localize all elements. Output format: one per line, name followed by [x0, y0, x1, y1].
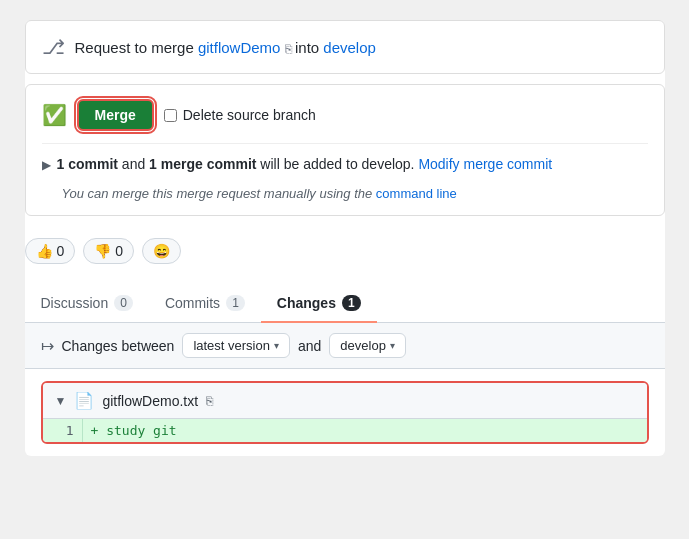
target-branch-link[interactable]: develop — [323, 39, 376, 56]
main-container: ⎇ Request to merge gitflowDemo ⎘ into de… — [25, 20, 665, 456]
merge-request-header: ⎇ Request to merge gitflowDemo ⎘ into de… — [25, 20, 665, 74]
collapse-button[interactable]: ▼ — [55, 394, 67, 408]
merge-action-section: ✅ Merge Delete source branch ▶ 1 commit … — [25, 84, 665, 216]
copy-branch-icon[interactable]: ⎘ — [285, 42, 295, 56]
diff-line-number: 1 — [43, 419, 83, 442]
thumbs-up-emoji: 👍 — [36, 243, 53, 259]
file-diff-header: ▼ 📄 gitflowDemo.txt ⎘ — [43, 383, 647, 419]
diff-line: 1 + study git — [43, 419, 647, 442]
changes-between-label: Changes between — [62, 338, 175, 354]
discussion-tab-badge: 0 — [114, 295, 133, 311]
header-prefix: Request to merge — [75, 39, 194, 56]
thumbs-down-emoji: 👎 — [94, 243, 111, 259]
command-line-link[interactable]: command line — [376, 186, 457, 201]
and-text: and — [298, 338, 321, 354]
file-name: gitflowDemo.txt — [102, 393, 198, 409]
diff-content-text: + study git — [91, 423, 177, 438]
source-branch-link[interactable]: gitflowDemo — [198, 39, 281, 56]
delete-branch-checkbox[interactable] — [164, 109, 177, 122]
commit-info-row: ▶ 1 commit and 1 merge commit will be ad… — [42, 143, 648, 180]
merge-row: ✅ Merge Delete source branch — [42, 99, 648, 131]
manual-merge-row: You can merge this merge request manuall… — [42, 180, 648, 201]
modify-merge-commit-link[interactable]: Modify merge commit — [418, 156, 552, 172]
tab-changes[interactable]: Changes 1 — [261, 285, 377, 323]
file-diff-section: ▼ 📄 gitflowDemo.txt ⎘ 1 + study git — [41, 381, 649, 444]
version-select-label: latest version — [193, 338, 270, 353]
merge-button[interactable]: Merge — [77, 99, 154, 131]
header-text: Request to merge gitflowDemo ⎘ into deve… — [75, 39, 376, 56]
diff-icon: ↦ — [41, 336, 54, 355]
tabs-section: Discussion 0 Commits 1 Changes 1 — [25, 284, 665, 323]
smile-reaction[interactable]: 😄 — [142, 238, 181, 264]
thumbs-up-count: 0 — [57, 243, 65, 259]
changes-filter-row: ↦ Changes between latest version ▾ and d… — [25, 323, 665, 369]
thumbs-down-count: 0 — [115, 243, 123, 259]
changes-tab-badge: 1 — [342, 295, 361, 311]
tab-discussion[interactable]: Discussion 0 — [25, 285, 149, 323]
thumbs-down-reaction[interactable]: 👎 0 — [83, 238, 134, 264]
chevron-right-icon[interactable]: ▶ — [42, 158, 51, 172]
discussion-tab-label: Discussion — [41, 295, 109, 311]
delete-branch-row: Delete source branch — [164, 107, 316, 123]
smile-emoji: 😄 — [153, 243, 170, 259]
tab-commits[interactable]: Commits 1 — [149, 285, 261, 323]
branch-chevron-icon: ▾ — [390, 340, 395, 351]
version-chevron-icon: ▾ — [274, 340, 279, 351]
reactions-section: 👍 0 👎 0 😄 — [25, 226, 665, 276]
delete-branch-label: Delete source branch — [183, 107, 316, 123]
branch-select[interactable]: develop ▾ — [329, 333, 406, 358]
commits-tab-label: Commits — [165, 295, 220, 311]
version-select[interactable]: latest version ▾ — [182, 333, 290, 358]
file-icon: 📄 — [74, 391, 94, 410]
changes-tab-label: Changes — [277, 295, 336, 311]
into-text: into — [295, 39, 319, 56]
thumbs-up-reaction[interactable]: 👍 0 — [25, 238, 76, 264]
commit-info-text: 1 commit and 1 merge commit will be adde… — [57, 156, 648, 172]
check-circle-icon: ✅ — [42, 103, 67, 127]
merge-icon: ⎇ — [42, 35, 65, 59]
commits-tab-badge: 1 — [226, 295, 245, 311]
branch-select-label: develop — [340, 338, 386, 353]
diff-line-content: + study git — [83, 419, 647, 442]
copy-path-button[interactable]: ⎘ — [206, 394, 213, 408]
